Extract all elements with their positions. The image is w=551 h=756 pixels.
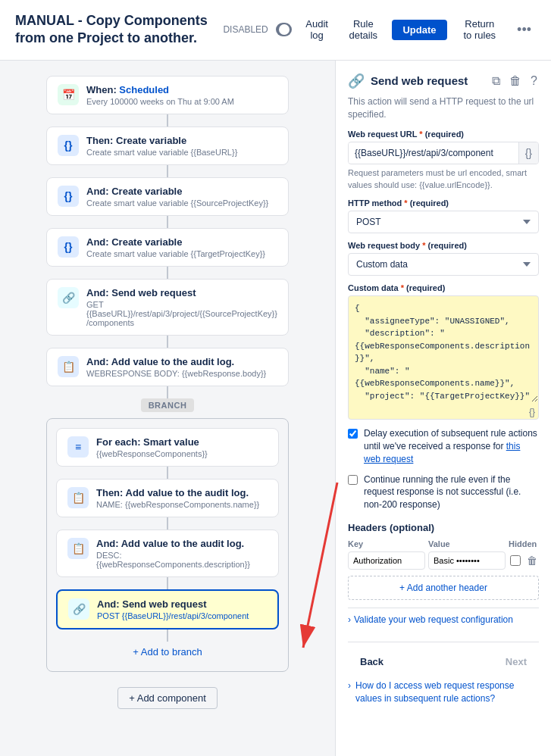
create-var-2-card[interactable]: {} And: Create variable Create smart val…: [46, 177, 289, 216]
url-input-wrapper: {}: [348, 142, 539, 164]
create-var-1-subtitle: Create smart value variable {{BaseURL}}: [86, 148, 277, 157]
header-actions: DISABLED Audit log Rule details Update R…: [223, 15, 536, 44]
create-var-1-content: Then: Create variable Create smart value…: [86, 135, 277, 157]
panel-webhook-icon: 🔗: [348, 73, 365, 89]
url-label: Web request URL * (required): [348, 130, 539, 139]
create-var-3-title: And: Create variable: [86, 236, 277, 248]
audit-log-3-card[interactable]: 📋 And: Add value to the audit log. DESC:…: [56, 530, 279, 577]
scheduled-card-content: When: Scheduled Every 100000 weeks on Th…: [86, 84, 277, 106]
continue-checkbox-label: Continue running the rule even if the re…: [364, 473, 539, 511]
curly-icon-2: {}: [58, 186, 79, 207]
status-label: DISABLED: [223, 24, 268, 35]
scheduled-card-subtitle: Every 100000 weeks on Thu at 9:00 AM: [86, 97, 277, 106]
calendar-icon: 📅: [58, 84, 79, 105]
create-var-2-title: And: Create variable: [86, 186, 277, 197]
create-var-1-title: Then: Create variable: [86, 135, 277, 146]
headers-thead: Key Value Hidden: [348, 539, 539, 548]
header-col-value: Value: [428, 539, 509, 548]
workflow-panel: 📅 When: Scheduled Every 100000 weeks on …: [0, 61, 335, 756]
audit-log-3-content: And: Add value to the audit log. DESC: {…: [96, 538, 268, 569]
audit-log-2-subtitle: NAME: {{webResponseComponents.name}}: [96, 500, 268, 509]
audit-log-1-card[interactable]: 📋 And: Add value to the audit log. WEBRE…: [46, 348, 289, 386]
url-hint: Request parameters must be url encoded, …: [348, 167, 539, 191]
header-hidden-cell-1: 🗑: [509, 555, 539, 567]
send-web-request-2-subtitle: POST {{BaseURL}}/rest/api/3/component: [97, 611, 267, 620]
body-label: Web request body * (required): [348, 241, 539, 250]
curly-icon-1: {}: [58, 135, 79, 156]
send-web-request-1-title: And: Send web request: [86, 287, 277, 298]
doc-icon-3: 📋: [67, 538, 89, 559]
add-to-branch-button[interactable]: + Add to branch: [125, 642, 209, 662]
faq-item-1[interactable]: › How do I access web request response v…: [348, 679, 539, 705]
connector-4: [167, 267, 168, 279]
insert-smart-value-button[interactable]: {}: [526, 405, 538, 419]
url-input[interactable]: [349, 143, 518, 163]
continue-checkbox[interactable]: [348, 475, 358, 485]
create-var-1-card[interactable]: {} Then: Create variable Create smart va…: [46, 127, 289, 165]
faq-chevron: ›: [348, 679, 351, 692]
branch-container: BRANCH ≡ For each: Smart value {{webResp…: [46, 398, 289, 672]
panel-header: 🔗 Send web request ⧉ 🗑 ?: [348, 73, 539, 89]
url-smart-value-button[interactable]: {}: [518, 142, 538, 164]
custom-data-textarea[interactable]: { "assigneeType": "UNASSIGNED", "descrip…: [349, 296, 538, 402]
audit-log-button[interactable]: Audit log: [299, 15, 334, 44]
audit-log-1-title: And: Add value to the audit log.: [86, 356, 277, 367]
audit-log-3-title: And: Add value to the audit log.: [96, 538, 268, 549]
send-web-request-2-title: And: Send web request: [97, 598, 267, 610]
connector-5: [167, 336, 168, 348]
create-var-3-subtitle: Create smart value variable {{TargetProj…: [86, 249, 277, 258]
header-value-input-1[interactable]: [428, 551, 506, 570]
delay-checkbox-row: Delay execution of subsequent rule actio…: [348, 427, 539, 465]
header-key-input-1[interactable]: [348, 551, 425, 570]
doc-icon-2: 📋: [67, 487, 89, 508]
back-button[interactable]: Back: [348, 651, 396, 672]
connector-b1: [167, 467, 168, 479]
create-var-3-card[interactable]: {} And: Create variable Create smart val…: [46, 228, 289, 267]
add-component-button[interactable]: + Add component: [117, 687, 218, 709]
textarea-footer: {}: [349, 405, 538, 419]
webhook-icon-2: 🔗: [68, 598, 89, 620]
custom-data-label: Custom data * (required): [348, 283, 539, 292]
delay-checkbox[interactable]: [348, 429, 358, 439]
method-select[interactable]: POST GET PUT DELETE PATCH: [348, 211, 539, 233]
disabled-toggle[interactable]: [276, 23, 292, 36]
connector-3: [167, 216, 168, 228]
delay-checkbox-label: Delay execution of subsequent rule actio…: [364, 427, 539, 465]
send-web-request-1-card[interactable]: 🔗 And: Send web request GET {{BaseURL}}/…: [46, 279, 289, 336]
for-each-title: For each: Smart value: [96, 436, 268, 448]
panel-footer: Back Next: [348, 642, 539, 672]
update-button[interactable]: Update: [392, 20, 446, 40]
page-title: MANUAL - Copy Components from one Projec…: [15, 12, 223, 48]
header-row-1: 🗑: [348, 551, 539, 570]
scheduled-card[interactable]: 📅 When: Scheduled Every 100000 weeks on …: [46, 76, 289, 114]
for-each-card[interactable]: ≡ For each: Smart value {{webResponseCom…: [56, 428, 279, 467]
return-button[interactable]: Return to rules: [455, 15, 506, 44]
webhook-icon-1: 🔗: [58, 287, 79, 308]
rule-details-button[interactable]: Rule details: [342, 15, 384, 44]
add-header-button[interactable]: + Add another header: [348, 576, 539, 600]
send-web-request-2-card[interactable]: 🔗 And: Send web request POST {{BaseURL}}…: [56, 589, 279, 629]
connector-b3: [167, 577, 168, 589]
page-header: MANUAL - Copy Components from one Projec…: [0, 0, 551, 61]
doc-icon-1: 📋: [58, 356, 79, 377]
header-hidden-checkbox-1[interactable]: [509, 555, 522, 566]
create-var-3-content: And: Create variable Create smart value …: [86, 236, 277, 258]
audit-log-2-title: Then: Add value to the audit log.: [96, 487, 268, 498]
audit-log-2-card[interactable]: 📋 Then: Add value to the audit log. NAME…: [56, 479, 279, 517]
connector-2: [167, 165, 168, 177]
copy-panel-button[interactable]: ⧉: [490, 73, 502, 89]
connector-b4: [167, 629, 168, 642]
next-button: Next: [493, 651, 539, 672]
scheduled-card-title: When: Scheduled: [86, 84, 277, 95]
validate-link[interactable]: › Validate your web request configuratio…: [348, 608, 539, 631]
for-each-subtitle: {{webResponseComponents}}: [96, 449, 268, 458]
audit-log-1-subtitle: WEBRESPONSE BODY: {{webResponse.body}}: [86, 369, 277, 378]
delay-link[interactable]: this web request: [364, 441, 520, 464]
help-panel-button[interactable]: ?: [529, 73, 539, 89]
body-select[interactable]: Custom data Empty JSON: [348, 253, 539, 276]
more-options-button[interactable]: •••: [512, 19, 536, 41]
headers-table: Key Value Hidden 🗑: [348, 539, 539, 570]
delete-panel-button[interactable]: 🗑: [508, 73, 523, 89]
delete-header-button-1[interactable]: 🗑: [525, 555, 539, 567]
header-col-hidden: Hidden: [509, 539, 539, 548]
